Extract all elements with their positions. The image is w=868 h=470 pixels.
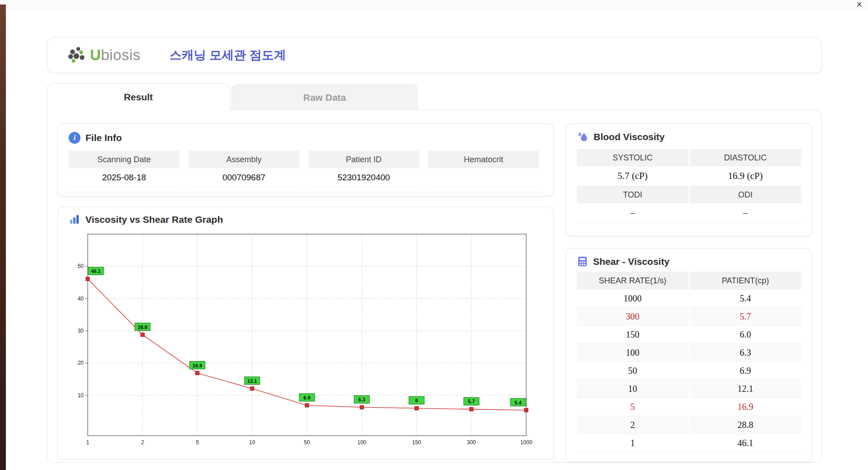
logo-text: Ubiosis	[90, 47, 141, 64]
bv-header-cell: TODI	[577, 186, 689, 203]
page-title: 스캐닝 모세관 점도계	[170, 47, 286, 63]
calculator-icon	[577, 256, 588, 267]
bv-header-row: TODIODI	[577, 186, 801, 203]
table-row: 506.9	[577, 362, 801, 380]
svg-text:6: 6	[415, 398, 418, 403]
column-header: SHEAR RATE(1/s)	[577, 272, 689, 290]
patient-cell: 5.4	[690, 290, 802, 308]
bv-header-cell: SYSTOLIC	[577, 149, 689, 166]
shear-table: SHEAR RATE(1/s)PATIENT(cp)10005.43005.71…	[577, 272, 801, 452]
field-label: Assembly	[189, 151, 299, 168]
patient-cell: 5.7	[690, 308, 802, 326]
bv-header-row: SYSTOLICDIASTOLIC	[577, 149, 801, 166]
svg-text:6.9: 6.9	[303, 395, 310, 400]
table-row: 3005.7	[577, 308, 801, 326]
bv-value-row: 5.7 (cP)16.9 (cP)	[577, 166, 801, 186]
ubiosis-logo-icon	[68, 47, 86, 64]
shear-rate-cell: 10	[577, 380, 689, 398]
field-label: Patient ID	[308, 151, 419, 168]
svg-text:12.1: 12.1	[247, 378, 257, 384]
field-label: Hematocrit	[428, 151, 539, 168]
svg-text:5.7: 5.7	[468, 399, 475, 404]
svg-text:6.3: 6.3	[359, 397, 365, 402]
graph-title: Viscosity vs Shear Rate Graph	[85, 214, 223, 225]
patient-cell: 6.0	[690, 326, 802, 344]
file-info-field: Patient ID52301920400	[308, 151, 419, 187]
bv-value-cell: –	[690, 203, 802, 223]
blood-viscosity-table: SYSTOLICDIASTOLIC5.7 (cP)16.9 (cP)TODIOD…	[577, 149, 801, 223]
bv-header-cell: ODI	[690, 186, 802, 203]
shear-rate-cell: 1000	[577, 290, 689, 308]
file-info-field: Scanning Date2025-08-18	[69, 151, 179, 187]
tab-raw-data[interactable]: Raw Data	[231, 85, 418, 110]
file-info-grid: Scanning Date2025-08-18Assembly000709687…	[69, 151, 542, 187]
bv-value-cell: 5.7 (cP)	[577, 166, 689, 186]
patient-cell: 28.8	[690, 416, 802, 434]
logo-rest: biosis	[101, 47, 140, 63]
table-row: 228.8	[577, 416, 801, 434]
ubiosis-logo: Ubiosis	[68, 47, 141, 64]
table-row: 1012.1	[577, 380, 801, 398]
table-row: 1506.0	[577, 326, 801, 344]
patient-cell: 12.1	[690, 380, 802, 398]
bv-header-cell: DIASTOLIC	[690, 149, 802, 166]
svg-text:30: 30	[78, 328, 84, 334]
graph-card: Viscosity vs Shear Rate Graph 1020304050…	[57, 207, 554, 460]
svg-text:1: 1	[86, 439, 90, 446]
bv-value-cell: 16.9 (cP)	[690, 166, 802, 186]
svg-text:20: 20	[78, 360, 84, 366]
shear-table-header: SHEAR RATE(1/s)PATIENT(cp)	[577, 272, 801, 290]
viscosity-chart: 102030405046.128.816.912.16.96.365.75.41…	[69, 229, 539, 449]
svg-text:2: 2	[141, 439, 144, 446]
content-panel: i File Info Scanning Date2025-08-18Assem…	[47, 109, 822, 463]
shear-viscosity-title: Shear - Viscosity	[593, 256, 670, 267]
svg-text:50: 50	[78, 263, 84, 269]
patient-cell: 6.9	[690, 362, 802, 380]
file-info-title: File Info	[85, 132, 122, 143]
file-info-card: i File Info Scanning Date2025-08-18Assem…	[57, 123, 554, 197]
table-row: 1006.3	[577, 344, 801, 362]
bv-value-row: ––	[577, 203, 801, 223]
svg-text:10: 10	[78, 392, 84, 399]
patient-cell: 6.3	[690, 344, 802, 362]
droplet-icon	[577, 131, 589, 143]
svg-text:100: 100	[357, 439, 366, 446]
shear-rate-cell: 150	[577, 326, 689, 344]
file-info-field: Hematocrit	[428, 151, 539, 187]
logo-u: U	[90, 47, 101, 63]
svg-text:5: 5	[196, 439, 199, 446]
field-value	[428, 168, 539, 187]
blood-viscosity-card: Blood Viscosity SYSTOLICDIASTOLIC5.7 (cP…	[566, 123, 812, 236]
shear-rate-cell: 100	[577, 344, 689, 362]
svg-text:1000: 1000	[520, 439, 533, 446]
table-row: 10005.4	[577, 290, 801, 308]
svg-text:50: 50	[304, 439, 310, 446]
close-button[interactable]: ✕	[856, 1, 863, 9]
shear-rate-cell: 5	[577, 398, 689, 416]
svg-text:16.9: 16.9	[193, 363, 202, 368]
svg-text:46.1: 46.1	[91, 268, 100, 274]
shear-rate-cell: 1	[577, 434, 689, 452]
column-header: PATIENT(cp)	[690, 272, 802, 290]
info-icon: i	[69, 132, 80, 144]
patient-cell: 16.9	[690, 398, 802, 416]
shear-rate-cell: 2	[577, 416, 689, 434]
tab-result[interactable]: Result	[47, 83, 230, 110]
field-label: Scanning Date	[69, 151, 179, 168]
svg-text:150: 150	[412, 439, 421, 446]
svg-text:5.4: 5.4	[514, 400, 522, 405]
field-value: 000709687	[189, 168, 299, 187]
file-info-field: Assembly000709687	[189, 151, 299, 187]
titlebar: ✕	[0, 0, 868, 10]
wallpaper-strip	[0, 5, 6, 470]
chart-wrap: 102030405046.128.816.912.16.96.365.75.41…	[69, 229, 542, 451]
shear-rate-cell: 300	[577, 308, 689, 326]
bar-chart-icon	[69, 214, 80, 225]
bv-value-cell: –	[577, 203, 689, 223]
svg-text:10: 10	[249, 439, 255, 446]
header-card: Ubiosis 스캐닝 모세관 점도계	[47, 37, 822, 73]
shear-viscosity-card: Shear - Viscosity SHEAR RATE(1/s)PATIENT…	[566, 248, 812, 462]
patient-cell: 46.1	[690, 434, 802, 452]
shear-rate-cell: 50	[577, 362, 689, 380]
blood-viscosity-title: Blood Viscosity	[594, 132, 665, 142]
